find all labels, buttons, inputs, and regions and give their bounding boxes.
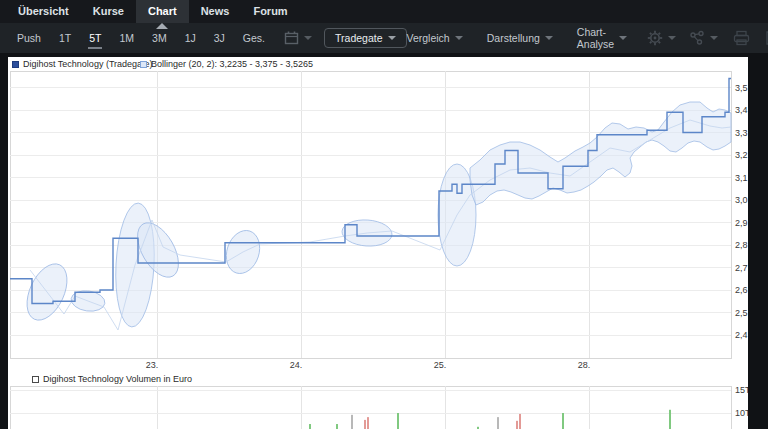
gear-icon (647, 30, 663, 46)
period-button-push[interactable]: Push (8, 23, 50, 53)
exchange-dropdown-label: Tradegate (335, 32, 382, 44)
period-button-5t[interactable]: 5T (80, 23, 110, 53)
volume-bar (309, 424, 311, 429)
nav-tab-news[interactable]: News (189, 0, 242, 23)
menu-darstellung-label: Darstellung (487, 32, 540, 44)
x-axis-tick-label: 23. (146, 360, 159, 370)
chart-toolbar: Push 1T 5T 1M 3M 1J 3J Ges. Tradegate Ve… (0, 23, 768, 53)
bollinger-series-label: Bollinger (20, 2): 3,2235 - 3,375 - 3,52… (151, 59, 313, 69)
toolbar-menus: Vergleich Darstellung Chart-Analyse (407, 26, 628, 50)
chart-panel: 3,53,43,33,23,13,02,92,82,72,62,52,423.2… (8, 57, 748, 429)
price-series-label: Digihost Technology (Tradegate) (23, 59, 153, 69)
menu-chart-analyse-label: Chart-Analyse (577, 26, 614, 50)
calendar-icon (284, 30, 299, 47)
y-axis-tick-label: 3,2 (735, 150, 748, 160)
print-button[interactable] (733, 30, 750, 46)
volume-bar (364, 420, 366, 429)
date-range-button[interactable] (284, 30, 312, 47)
volume-chart-legend: Digihost Technology Volumen in Euro (8, 372, 748, 385)
top-navigation: Übersicht Kurse Chart News Forum (0, 0, 768, 23)
legend-item-bollinger[interactable]: Bollinger (20, 2): 3,2235 - 3,375 - 3,52… (140, 59, 313, 69)
printer-icon (733, 30, 750, 46)
y-axis-tick-label: 3,1 (735, 173, 748, 183)
volume-bar (397, 413, 399, 429)
volume-bar (669, 410, 671, 429)
volume-bar (336, 424, 338, 429)
period-button-ges[interactable]: Ges. (234, 23, 274, 53)
chevron-down-icon (388, 36, 396, 40)
volume-series-swatch-icon (32, 376, 39, 383)
legend-item-price[interactable]: Digihost Technology (Tradegate) (12, 59, 153, 69)
x-axis-tick-label: 28. (578, 360, 591, 370)
y-axis-tick-label: 3,5 (735, 83, 748, 93)
volume-bar (497, 417, 499, 429)
y-axis-tick-label: 3,4 (735, 105, 748, 115)
chevron-down-icon (545, 36, 553, 40)
volume-series-label: Digihost Technology Volumen in Euro (43, 374, 192, 384)
menu-chart-analyse[interactable]: Chart-Analyse (577, 26, 627, 50)
y-axis-tick-label: 2,9 (735, 218, 748, 228)
y-axis-tick-label: 2,7 (735, 263, 748, 273)
nav-tab-kurse[interactable]: Kurse (81, 0, 136, 23)
period-button-3j[interactable]: 3J (205, 23, 234, 53)
period-button-1j[interactable]: 1J (176, 23, 205, 53)
share-nodes-icon (689, 30, 705, 46)
menu-vergleich[interactable]: Vergleich (407, 32, 463, 44)
nav-tab-forum[interactable]: Forum (241, 0, 299, 23)
period-button-1m[interactable]: 1M (110, 23, 143, 53)
toolbar-icon-group (647, 30, 768, 46)
y-axis-tick-label: 2,4 (735, 330, 748, 340)
y-axis-tick-label: 3,0 (735, 195, 748, 205)
volume-bar (519, 414, 521, 429)
volume-axis-tick-label: 10T (735, 408, 748, 418)
price-chart-legend: Digihost Technology (Tradegate) Bollinge… (8, 57, 748, 70)
period-button-1t[interactable]: 1T (50, 23, 80, 53)
volume-axis-tick-label: 15T (735, 385, 748, 395)
volume-bar (562, 413, 564, 429)
price-plot-area (10, 71, 731, 358)
y-axis-tick-label: 2,6 (735, 285, 748, 295)
chevron-down-icon (710, 36, 718, 40)
y-axis-tick-label: 2,8 (735, 240, 748, 250)
bollinger-series-swatch-icon (140, 61, 147, 68)
x-axis-tick-label: 24. (290, 360, 303, 370)
x-axis-tick-label: 25. (434, 360, 447, 370)
chevron-down-icon (304, 36, 312, 40)
menu-vergleich-label: Vergleich (407, 32, 450, 44)
chevron-down-icon (668, 36, 676, 40)
share-button[interactable] (689, 30, 718, 46)
nav-tab-chart[interactable]: Chart (136, 0, 189, 23)
chevron-down-icon (455, 36, 463, 40)
price-series-swatch-icon (12, 61, 19, 68)
y-axis-tick-label: 2,5 (735, 308, 748, 318)
volume-bar (367, 417, 369, 429)
chevron-down-icon (619, 36, 627, 40)
y-axis-tick-label: 3,3 (735, 128, 748, 138)
exchange-dropdown[interactable]: Tradegate (324, 28, 406, 48)
volume-bar (351, 415, 353, 429)
volume-plot-area (10, 386, 731, 429)
legend-item-volume[interactable]: Digihost Technology Volumen in Euro (32, 374, 192, 384)
settings-button[interactable] (647, 30, 676, 46)
nav-tab-uebersicht[interactable]: Übersicht (6, 0, 81, 23)
menu-darstellung[interactable]: Darstellung (487, 32, 553, 44)
volume-bar (516, 421, 518, 429)
